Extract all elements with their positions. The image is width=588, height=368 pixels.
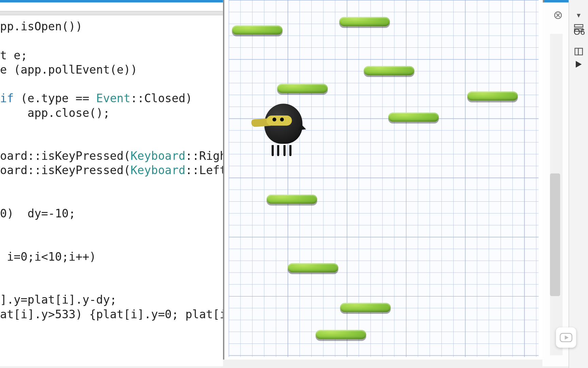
svg-marker-12 <box>565 335 569 339</box>
platform <box>288 263 338 272</box>
player-character <box>254 104 309 154</box>
close-icon[interactable] <box>552 9 564 21</box>
sidebar-label: O6 <box>574 27 588 37</box>
platform <box>277 84 328 93</box>
editor-ruler <box>0 11 223 15</box>
video-player-icon[interactable] <box>556 327 576 348</box>
dropdown-icon[interactable]: ▾ <box>572 9 585 21</box>
game-window[interactable] <box>223 0 544 359</box>
game-canvas[interactable] <box>229 0 539 357</box>
platform <box>266 195 317 204</box>
platform <box>467 91 518 101</box>
code-text[interactable]: pp.isOpen()) t e; e (app.pollEvent(e)) i… <box>0 19 223 321</box>
right-sidebar: ▾ <box>569 0 588 368</box>
platform <box>339 17 390 26</box>
platform <box>340 303 391 312</box>
platform <box>364 66 414 75</box>
svg-marker-7 <box>576 61 582 68</box>
platform <box>315 330 366 339</box>
svg-rect-3 <box>574 25 583 27</box>
properties-window-icon[interactable] <box>572 46 585 58</box>
code-editor[interactable]: pp.isOpen()) t e; e (app.pollEvent(e)) i… <box>0 2 223 366</box>
scrollbar-thumb[interactable] <box>550 173 560 296</box>
play-solid-icon[interactable] <box>572 58 585 70</box>
platform <box>388 112 439 122</box>
platform <box>232 25 283 34</box>
titlebar-accent-left <box>0 0 223 2</box>
